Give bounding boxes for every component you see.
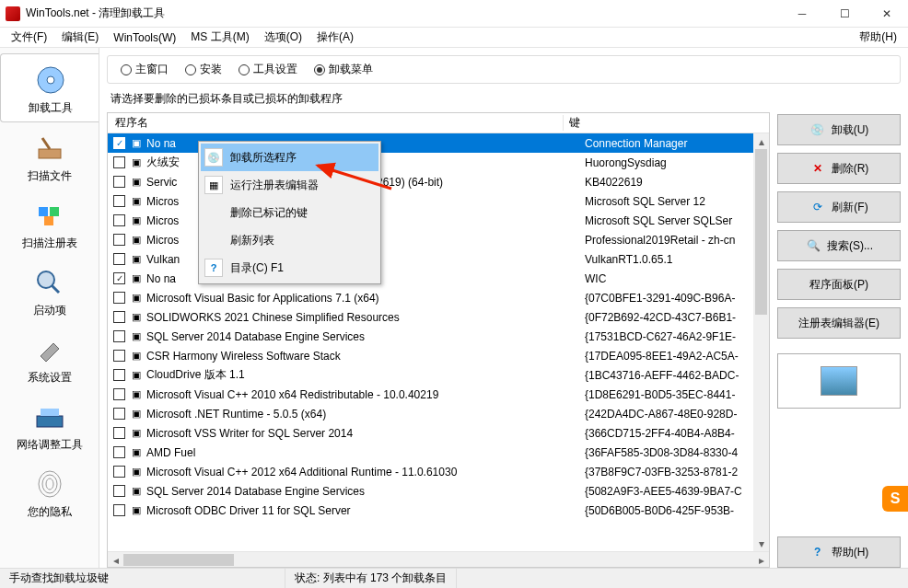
uninstall-button[interactable]: 💿卸载(U) — [777, 114, 901, 145]
program-name: SQL Server 2014 Database Engine Services — [146, 330, 579, 343]
svg-line-3 — [42, 138, 50, 149]
checkbox[interactable] — [113, 292, 125, 304]
sidebar-item-network[interactable]: 网络调整工具 — [0, 391, 99, 458]
close-button[interactable]: ✕ — [866, 0, 908, 28]
svg-rect-2 — [39, 149, 61, 158]
program-icon: ▣ — [129, 194, 144, 209]
tab-main[interactable]: 主窗口 — [115, 60, 174, 79]
program-icon: ▣ — [129, 310, 144, 325]
radio-icon — [185, 64, 196, 75]
table-row[interactable]: ▣SQL Server 2014 Database Engine Service… — [108, 481, 769, 501]
checkbox[interactable] — [113, 311, 125, 323]
checkbox[interactable]: ✓ — [113, 272, 125, 284]
checkbox[interactable]: ✓ — [113, 137, 125, 149]
table-row[interactable]: ▣Microsoft ODBC Driver 11 for SQL Server… — [108, 501, 769, 520]
checkbox[interactable] — [113, 427, 125, 439]
preview-icon — [821, 366, 857, 396]
table-row[interactable]: ▣Microsoft .NET Runtime - 5.0.5 (x64){24… — [108, 404, 769, 423]
delete-button[interactable]: ✕删除(R) — [777, 153, 901, 184]
search-button[interactable]: 🔍搜索(S)... — [777, 230, 901, 261]
program-icon: ▣ — [129, 407, 144, 421]
checkbox[interactable] — [113, 504, 125, 516]
checkbox[interactable] — [113, 369, 125, 381]
radio-icon — [239, 64, 250, 75]
checkbox[interactable] — [113, 195, 125, 207]
help-button[interactable]: ?帮助(H) — [777, 536, 901, 568]
horizontal-scrollbar[interactable]: ◂ ▸ — [108, 551, 769, 567]
sidebar-item-system[interactable]: 系统设置 — [0, 324, 99, 391]
checkbox[interactable] — [113, 485, 125, 497]
ctx-uninstall-selected[interactable]: 💿 卸载所选程序 — [201, 144, 378, 171]
checkbox[interactable] — [113, 176, 125, 188]
ctx-catalog[interactable]: ? 目录(C) F1 — [201, 254, 378, 282]
table-row[interactable]: ▣AMD Fuel{36FAF585-3D08-3D84-8330-4 — [108, 443, 769, 462]
tab-uninstmenu[interactable]: 卸载菜单 — [308, 60, 378, 79]
checkbox[interactable] — [113, 466, 125, 478]
checkbox[interactable] — [113, 330, 125, 342]
col-program[interactable]: 程序名 — [108, 115, 564, 131]
checkbox[interactable] — [113, 408, 125, 420]
menu-edit[interactable]: 编辑(E) — [54, 28, 106, 47]
floating-badge[interactable]: S — [882, 486, 908, 512]
svg-point-1 — [47, 76, 54, 84]
help-icon: ? — [809, 544, 826, 560]
fingerprint-icon — [28, 466, 72, 502]
scroll-thumb[interactable] — [123, 554, 234, 566]
vertical-scrollbar[interactable]: ▴ ▾ — [753, 133, 769, 551]
scroll-right-icon[interactable]: ▸ — [753, 552, 769, 568]
tab-toolset[interactable]: 工具设置 — [233, 60, 303, 79]
table-row[interactable]: ▣Microsoft Visual C++ 2010 x64 Redistrib… — [108, 385, 769, 404]
ctx-run-regedit[interactable]: ▦ 运行注册表编辑器 — [201, 171, 378, 199]
scroll-thumb[interactable] — [755, 149, 767, 315]
cubes-icon — [28, 197, 72, 234]
registry-key: {50D6B005-B0D6-425F-953B- — [579, 504, 769, 517]
program-name: Microsoft Visual Basic for Applications … — [146, 292, 579, 305]
col-key[interactable]: 键 — [564, 115, 769, 131]
checkbox[interactable] — [113, 253, 125, 265]
checkbox[interactable] — [113, 234, 125, 246]
svg-point-12 — [42, 475, 57, 493]
menu-mstools[interactable]: MS 工具(M) — [183, 28, 256, 47]
sidebar-item-uninstall[interactable]: 卸载工具 — [0, 53, 99, 122]
table-row[interactable]: ▣Microsoft Visual Basic for Applications… — [108, 288, 769, 307]
menu-actions[interactable]: 操作(A) — [309, 28, 361, 47]
tab-install[interactable]: 安装 — [180, 60, 227, 79]
table-row[interactable]: ▣CSR Harmony Wireless Software Stack{17D… — [108, 346, 769, 365]
sidebar-item-privacy[interactable]: 您的隐私 — [0, 458, 99, 525]
menu-options[interactable]: 选项(O) — [257, 28, 309, 47]
program-name: Microsoft Visual C++ 2010 x64 Redistribu… — [146, 388, 579, 401]
table-row[interactable]: ▣Microsoft VSS Writer for SQL Server 201… — [108, 423, 769, 443]
registry-key: Microsoft SQL Server 12 — [579, 195, 769, 208]
checkbox[interactable] — [113, 350, 125, 362]
sidebar-item-startup[interactable]: 启动项 — [0, 257, 99, 324]
ctx-refresh-list[interactable]: 刷新列表 — [201, 226, 378, 254]
program-name: Microsoft ODBC Driver 11 for SQL Server — [146, 504, 579, 517]
table-row[interactable]: ▣SQL Server 2014 Database Engine Service… — [108, 327, 769, 346]
scroll-up-icon[interactable]: ▴ — [753, 133, 769, 149]
maximize-button[interactable]: ☐ — [823, 0, 866, 28]
preview-box — [777, 353, 901, 409]
checkbox[interactable] — [113, 214, 125, 226]
checkbox[interactable] — [113, 446, 125, 458]
menu-help[interactable]: 帮助(H) — [852, 28, 904, 47]
scroll-down-icon[interactable]: ▾ — [753, 536, 769, 551]
refresh-icon: ⟳ — [809, 199, 826, 215]
table-row[interactable]: ▣Microsoft Visual C++ 2012 x64 Additiona… — [108, 462, 769, 481]
ctx-delete-marked[interactable]: 删除已标记的键 — [201, 199, 378, 226]
menu-file[interactable]: 文件(F) — [4, 28, 54, 47]
sidebar-item-scanfiles[interactable]: 扫描文件 — [0, 122, 99, 190]
refresh-button[interactable]: ⟳刷新(F) — [777, 191, 901, 223]
scroll-left-icon[interactable]: ◂ — [108, 552, 123, 568]
minimize-button[interactable]: ─ — [781, 0, 823, 28]
regedit-button[interactable]: 注册表编辑器(E) — [777, 307, 901, 339]
sidebar-item-scanreg[interactable]: 扫描注册表 — [0, 190, 99, 257]
table-row[interactable]: ▣CloudDrive 版本 1.1{1BC43716-AEFF-4462-BA… — [108, 365, 769, 385]
checkbox[interactable] — [113, 156, 125, 168]
table-row[interactable]: ▣SOLIDWORKS 2021 Chinese Simplified Reso… — [108, 307, 769, 327]
menu-wintools[interactable]: WinTools(W) — [106, 29, 183, 46]
program-icon: ▣ — [129, 503, 144, 518]
checkbox[interactable] — [113, 388, 125, 400]
registry-key: {37B8F9C7-03FB-3253-8781-2 — [579, 466, 769, 478]
program-icon: ▣ — [129, 252, 144, 267]
program-panel-button[interactable]: 程序面板(P) — [777, 269, 901, 300]
